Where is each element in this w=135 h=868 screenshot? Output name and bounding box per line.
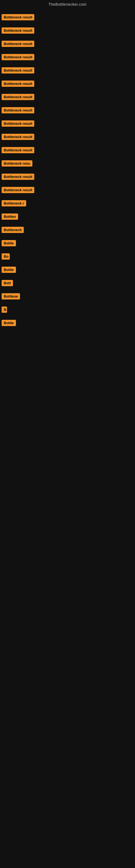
bottleneck-badge[interactable]: Bottle (2, 320, 16, 326)
bottleneck-badge[interactable]: Bottleneck result (2, 54, 34, 60)
result-row: Bottleneck result (0, 103, 135, 116)
bottleneck-badge[interactable]: Bo (2, 253, 10, 259)
site-title: TheBottlenecker.com (0, 0, 135, 10)
bottleneck-badge[interactable]: Bottleneck result (2, 81, 34, 87)
result-row: Bottleneck result (0, 76, 135, 90)
result-row: Bottle (0, 236, 135, 249)
result-row: Bottle (0, 262, 135, 276)
result-row: B (0, 302, 135, 315)
result-row: Bottlen (0, 209, 135, 222)
bottleneck-badge[interactable]: Bottleneck result (2, 14, 34, 20)
result-row: Bottleneck result (0, 169, 135, 183)
bottleneck-badge[interactable]: Bottlene (2, 293, 20, 300)
result-row: Bottleneck result (0, 116, 135, 129)
bottleneck-badge[interactable]: Bottle (2, 267, 16, 273)
bottleneck-badge[interactable]: Bottleneck result (2, 187, 34, 193)
bottleneck-badge[interactable]: Bottleneck result (2, 147, 34, 153)
result-row: Bottleneck result (0, 50, 135, 63)
page-container: TheBottlenecker.com Bottleneck resultBot… (0, 0, 135, 329)
result-row: Bottlene (0, 289, 135, 302)
bottleneck-badge[interactable]: Bottleneck result (2, 107, 34, 113)
bottleneck-badge[interactable]: Bottleneck result (2, 174, 34, 180)
result-row: Bottleneck result (0, 183, 135, 196)
bottleneck-badge[interactable]: Bottle (2, 240, 16, 246)
bottleneck-badge[interactable]: Bottleneck result (2, 120, 34, 127)
result-row: Bottleneck result (0, 10, 135, 23)
bottleneck-badge[interactable]: Bott (2, 280, 13, 286)
result-row: Bottleneck resu (0, 156, 135, 169)
bottleneck-badge[interactable]: B (2, 307, 7, 313)
result-row: Bottleneck result (0, 90, 135, 103)
result-row: Bottleneck r (0, 196, 135, 209)
bottleneck-badge[interactable]: Bottlen (2, 214, 18, 220)
result-row: Bottleneck result (0, 143, 135, 156)
rows-container: Bottleneck resultBottleneck resultBottle… (0, 10, 135, 329)
bottleneck-badge[interactable]: Bottleneck result (2, 67, 34, 73)
result-row: Bottleneck result (0, 63, 135, 76)
result-row: Bott (0, 276, 135, 289)
bottleneck-badge[interactable]: Bottleneck result (2, 41, 34, 47)
result-row: Bo (0, 249, 135, 262)
result-row: Bottle (0, 315, 135, 329)
bottleneck-badge[interactable]: Bottleneck result (2, 94, 34, 100)
result-row: Bottleneck result (0, 129, 135, 143)
result-row: Bottleneck (0, 222, 135, 236)
bottleneck-badge[interactable]: Bottleneck r (2, 200, 26, 207)
result-row: Bottleneck result (0, 36, 135, 50)
bottleneck-badge[interactable]: Bottleneck result (2, 27, 34, 34)
bottleneck-badge[interactable]: Bottleneck resu (2, 160, 32, 166)
result-row: Bottleneck result (0, 23, 135, 36)
bottleneck-badge[interactable]: Bottleneck result (2, 134, 34, 140)
bottleneck-badge[interactable]: Bottleneck (2, 227, 24, 233)
